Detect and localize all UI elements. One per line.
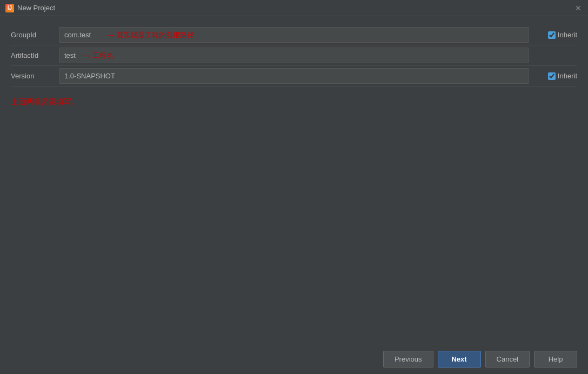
version-input-container <box>59 68 529 84</box>
help-button[interactable]: Help <box>534 351 577 368</box>
groupid-inherit-label: Inherit <box>558 31 577 39</box>
cancel-button[interactable]: Cancel <box>485 351 530 368</box>
main-content: GroupId Inherit → 其实就是工程的包根路径 ArtifactId… <box>0 16 588 344</box>
artifactid-input[interactable] <box>59 48 529 63</box>
groupid-inherit-container: Inherit <box>529 31 577 39</box>
app-icon: IJ <box>5 4 14 12</box>
groupid-input[interactable] <box>59 27 529 43</box>
version-inherit-label: Inherit <box>558 72 577 80</box>
close-button[interactable]: ✕ <box>574 4 583 12</box>
artifactid-input-container <box>59 48 529 63</box>
title-bar-left: IJ New Project <box>5 4 55 12</box>
version-inherit-container: Inherit <box>529 72 577 80</box>
groupid-inherit-checkbox[interactable] <box>548 31 556 39</box>
next-button[interactable]: Next <box>438 351 481 368</box>
version-inherit-checkbox[interactable] <box>548 72 556 80</box>
version-row: Version Inherit <box>11 66 577 86</box>
groupid-input-container <box>59 27 529 43</box>
previous-button[interactable]: Previous <box>383 351 433 368</box>
groupid-row: GroupId Inherit → 其实就是工程的包根路径 <box>11 25 577 45</box>
groupid-label: GroupId <box>11 26 59 43</box>
footer: Previous Next Cancel Help <box>0 344 588 374</box>
spacer <box>11 107 577 335</box>
note-section: 上面两项需要填写。 <box>11 86 577 107</box>
window-title: New Project <box>17 4 55 12</box>
artifactid-row: ArtifactId → 工程名 <box>11 45 577 66</box>
note-text: 上面两项需要填写。 <box>11 97 79 106</box>
artifactid-label: ArtifactId <box>11 47 59 64</box>
version-label: Version <box>11 68 59 84</box>
version-input[interactable] <box>59 68 529 84</box>
title-bar: IJ New Project ✕ <box>0 0 588 16</box>
